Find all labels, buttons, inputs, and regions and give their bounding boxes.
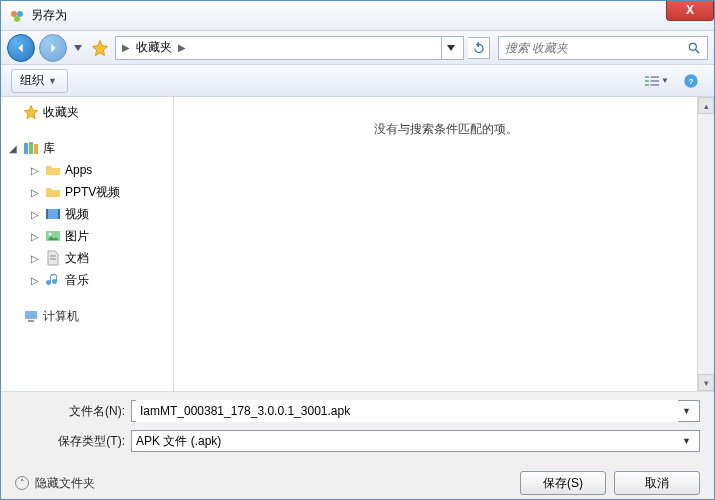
- filetype-label: 保存类型(T):: [15, 433, 125, 450]
- navbar: ▶ 收藏夹 ▶: [1, 31, 714, 65]
- computer-icon: [23, 308, 39, 324]
- star-icon: [23, 104, 39, 120]
- chevron-down-icon: ▼: [48, 76, 57, 86]
- save-button[interactable]: 保存(S): [520, 471, 606, 495]
- breadcrumb-sep-icon: ▶: [178, 42, 186, 53]
- sidebar-item-label: PPTV视频: [65, 184, 120, 201]
- svg-text:?: ?: [689, 77, 694, 86]
- video-icon: [45, 206, 61, 222]
- file-list-pane[interactable]: 没有与搜索条件匹配的项。 ▴ ▾: [178, 97, 714, 391]
- expand-arrow-icon: ▷: [29, 231, 41, 242]
- arrow-left-icon: [14, 41, 28, 55]
- sidebar-item-label: 库: [43, 140, 55, 157]
- expand-arrow-icon: ▷: [29, 209, 41, 220]
- sidebar-item-label: 计算机: [43, 308, 79, 325]
- svg-rect-6: [650, 76, 659, 78]
- organize-label: 组织: [20, 72, 44, 89]
- svg-point-2: [14, 16, 20, 22]
- search-icon[interactable]: [687, 41, 701, 55]
- refresh-button[interactable]: [468, 37, 490, 59]
- search-box[interactable]: [498, 36, 708, 60]
- bottom-panel: 文件名(N): ▼ 保存类型(T): APK 文件 (.apk) ▼ ˄ 隐藏文…: [1, 391, 714, 500]
- refresh-icon: [472, 41, 486, 55]
- sidebar-item-label: 音乐: [65, 272, 89, 289]
- hide-folders-toggle[interactable]: ˄ 隐藏文件夹: [15, 475, 95, 492]
- organize-button[interactable]: 组织 ▼: [11, 69, 68, 93]
- help-icon: ?: [683, 73, 699, 89]
- svg-rect-15: [34, 144, 38, 154]
- vertical-scrollbar[interactable]: ▴ ▾: [697, 97, 714, 391]
- sidebar-item-label: 图片: [65, 228, 89, 245]
- close-button[interactable]: X: [666, 0, 714, 21]
- svg-point-20: [49, 233, 52, 236]
- view-list-icon: [645, 74, 659, 88]
- svg-rect-14: [29, 142, 33, 154]
- expand-arrow-icon: ▷: [29, 275, 41, 286]
- filename-text[interactable]: [136, 400, 678, 422]
- svg-rect-8: [650, 80, 659, 82]
- scroll-track[interactable]: [698, 114, 714, 374]
- breadcrumb-favorites[interactable]: 收藏夹: [132, 37, 176, 58]
- documents-icon: [45, 250, 61, 266]
- sidebar-item-apps[interactable]: ▷ Apps: [1, 159, 173, 181]
- arrow-right-icon: [46, 41, 60, 55]
- sidebar-item-libraries[interactable]: ◢ 库: [1, 137, 173, 159]
- folder-icon: [45, 184, 61, 200]
- music-icon: [45, 272, 61, 288]
- sidebar-item-label: 文档: [65, 250, 89, 267]
- toolbar: 组织 ▼ ▼ ?: [1, 65, 714, 97]
- filetype-value: APK 文件 (.apk): [136, 433, 221, 450]
- svg-rect-7: [645, 80, 649, 82]
- nav-history-dropdown[interactable]: [71, 38, 85, 58]
- svg-rect-17: [46, 209, 48, 219]
- sidebar-item-music[interactable]: ▷ 音乐: [1, 269, 173, 291]
- svg-rect-18: [58, 209, 60, 219]
- filetype-select[interactable]: APK 文件 (.apk) ▼: [131, 430, 700, 452]
- libraries-icon: [23, 140, 39, 156]
- back-button[interactable]: [7, 34, 35, 62]
- chevron-down-icon: ▼: [661, 76, 669, 85]
- svg-point-0: [11, 11, 17, 17]
- search-input[interactable]: [505, 41, 687, 55]
- expand-arrow-icon: ▷: [29, 165, 41, 176]
- address-bar[interactable]: ▶ 收藏夹 ▶: [115, 36, 464, 60]
- sidebar: 收藏夹 ◢ 库 ▷ Apps ▷ PPTV视频 ▷ 视频 ▷ 图片: [1, 97, 174, 391]
- chevron-down-icon: [74, 45, 82, 51]
- address-dropdown[interactable]: [441, 37, 459, 59]
- scroll-up-button[interactable]: ▴: [698, 97, 714, 114]
- sidebar-item-label: 视频: [65, 206, 89, 223]
- filename-input[interactable]: ▼: [131, 400, 700, 422]
- sidebar-item-pptv[interactable]: ▷ PPTV视频: [1, 181, 173, 203]
- svg-rect-13: [24, 143, 28, 154]
- svg-line-4: [696, 49, 700, 53]
- svg-point-3: [689, 43, 696, 50]
- scroll-down-button[interactable]: ▾: [698, 374, 714, 391]
- chevron-down-icon: [447, 45, 455, 51]
- window-title: 另存为: [31, 7, 67, 24]
- expand-arrow-icon: ▷: [29, 187, 41, 198]
- chevron-down-icon[interactable]: ▼: [678, 406, 695, 416]
- pictures-icon: [45, 228, 61, 244]
- svg-point-1: [17, 11, 23, 17]
- sidebar-item-computer[interactable]: 计算机: [1, 305, 173, 327]
- chevron-down-icon[interactable]: ▼: [678, 436, 695, 446]
- sidebar-item-documents[interactable]: ▷ 文档: [1, 247, 173, 269]
- folder-icon: [45, 162, 61, 178]
- expand-arrow-icon: ▷: [29, 253, 41, 264]
- help-button[interactable]: ?: [678, 70, 704, 92]
- close-icon: X: [686, 3, 694, 17]
- svg-rect-16: [46, 209, 60, 219]
- collapse-caret-icon: ˄: [15, 476, 29, 490]
- breadcrumb-label: 收藏夹: [136, 39, 172, 56]
- sidebar-item-favorites[interactable]: 收藏夹: [1, 101, 173, 123]
- filename-label: 文件名(N):: [15, 403, 125, 420]
- view-mode-button[interactable]: ▼: [644, 70, 670, 92]
- sidebar-item-label: 收藏夹: [43, 104, 79, 121]
- empty-message: 没有与搜索条件匹配的项。: [374, 121, 518, 138]
- titlebar: 另存为 X: [1, 1, 714, 31]
- sidebar-item-pictures[interactable]: ▷ 图片: [1, 225, 173, 247]
- forward-button[interactable]: [39, 34, 67, 62]
- collapse-arrow-icon: ◢: [7, 143, 19, 154]
- cancel-button[interactable]: 取消: [614, 471, 700, 495]
- sidebar-item-videos[interactable]: ▷ 视频: [1, 203, 173, 225]
